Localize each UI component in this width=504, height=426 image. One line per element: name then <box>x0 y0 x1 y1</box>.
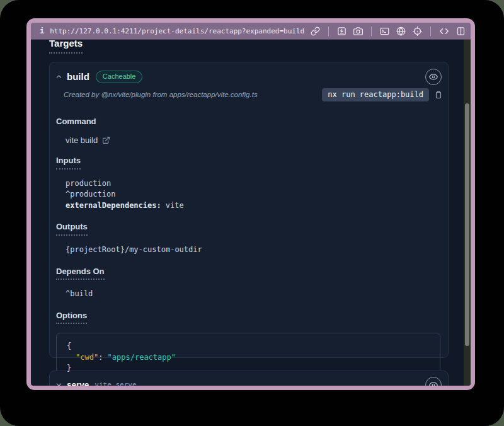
created-by-text: Created by @nx/vite/plugin from apps/rea… <box>64 91 258 98</box>
columns-icon[interactable] <box>456 26 466 36</box>
terminal-icon[interactable] <box>380 26 389 36</box>
code-line: { <box>67 341 430 352</box>
toolbar-separator <box>371 26 372 36</box>
scrollbar-track[interactable] <box>464 40 471 386</box>
eye-icon[interactable] <box>425 69 442 85</box>
code-line: "cwd": "apps/reactapp" <box>67 352 430 364</box>
outputs-section-label: Outputs <box>56 222 440 236</box>
input-key: externalDependencies: <box>66 201 161 210</box>
outputs-list: {projectRoot}/my-custom-outdir <box>66 245 440 256</box>
inputs-label[interactable]: Inputs <box>56 156 81 170</box>
inputs-list: production ^production externalDependenc… <box>66 178 440 212</box>
scrollbar-thumb[interactable] <box>465 103 469 346</box>
crosshair-icon[interactable] <box>413 26 422 36</box>
build-card-body: Command vite build Inputs production ^pr… <box>50 109 448 386</box>
address-url: http://127.0.0.1:4211/project-details/re… <box>50 27 304 35</box>
options-section-label: Options <box>56 311 440 325</box>
toolbar-separator <box>430 26 431 36</box>
inputs-section-label: Inputs <box>56 156 440 170</box>
target-name: build <box>67 71 89 82</box>
page-viewport: Targets build Cacheable Created by @nx/ <box>31 40 471 386</box>
output-item: {projectRoot}/my-custom-outdir <box>66 245 440 256</box>
command-value: vite build <box>66 135 98 145</box>
depends-on-label[interactable]: Depends On <box>56 267 105 280</box>
input-value: vite <box>166 201 184 210</box>
toolbar-icon-group <box>311 26 466 36</box>
browser-window: i http://127.0.0.1:4211/project-details/… <box>26 18 475 390</box>
depends-on-item: ^build <box>66 289 440 300</box>
external-link-icon <box>102 136 110 144</box>
code-icon[interactable] <box>439 26 449 36</box>
build-card-header[interactable]: build Cacheable <box>50 62 448 85</box>
toolbar-separator <box>328 26 329 36</box>
info-icon[interactable]: i <box>40 26 44 35</box>
chevron-up-icon[interactable] <box>55 72 63 81</box>
command-value-link[interactable]: vite build <box>66 135 440 145</box>
target-name: serve <box>67 380 89 386</box>
input-item: ^production <box>66 189 440 200</box>
cacheable-badge: Cacheable <box>96 71 143 83</box>
command-section-label: Command <box>56 117 440 127</box>
serve-command-text: vite serve <box>94 381 136 386</box>
serve-card-header[interactable]: serve vite serve <box>50 371 448 386</box>
targets-heading: Targets <box>49 40 449 54</box>
project-details-page: Targets build Cacheable Created by @nx/ <box>31 40 464 386</box>
link-icon[interactable] <box>311 26 320 36</box>
globe-icon[interactable] <box>396 26 406 36</box>
targets-heading-label[interactable]: Targets <box>49 40 83 54</box>
target-card-build: build Cacheable Created by @nx/vite/plug… <box>49 62 449 358</box>
eye-icon[interactable] <box>425 377 442 386</box>
code-key: "cwd" <box>76 353 98 362</box>
code-sep: : <box>98 353 103 362</box>
depends-on-section-label: Depends On <box>56 267 440 280</box>
copy-icon[interactable] <box>434 90 443 100</box>
build-meta-row: Created by @nx/vite/plugin from apps/rea… <box>50 85 448 109</box>
input-item: externalDependencies:vite <box>66 200 440 212</box>
run-command-chip[interactable]: nx run reactapp:build <box>322 88 429 101</box>
camera-icon[interactable] <box>353 26 363 36</box>
target-card-serve: serve vite serve <box>49 371 449 386</box>
browser-toolbar: i http://127.0.0.1:4211/project-details/… <box>31 23 471 40</box>
outputs-label[interactable]: Outputs <box>56 222 88 236</box>
chevron-down-icon[interactable] <box>55 381 63 386</box>
depends-on-list: ^build <box>66 289 440 300</box>
import-icon[interactable] <box>337 26 346 36</box>
code-value: "apps/reactapp" <box>108 353 176 362</box>
input-item: production <box>66 178 440 190</box>
options-label[interactable]: Options <box>56 311 87 325</box>
